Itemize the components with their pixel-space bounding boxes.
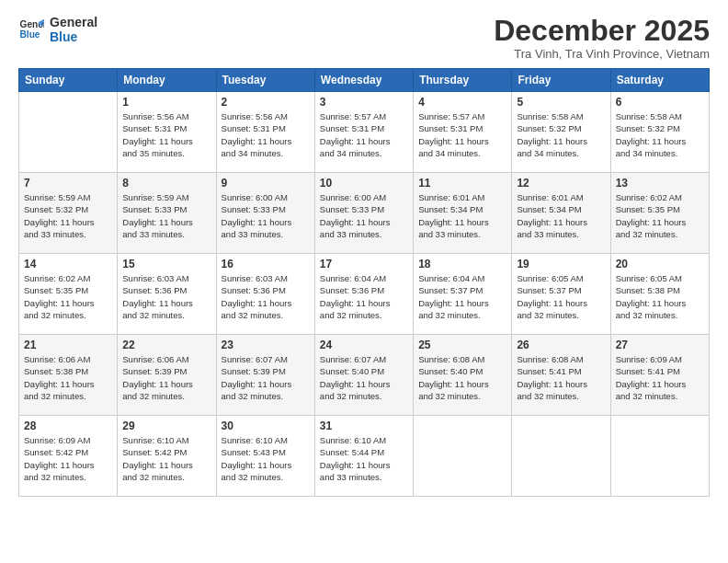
- day-info: Sunrise: 5:58 AM Sunset: 5:32 PM Dayligh…: [616, 110, 704, 159]
- col-header-saturday: Saturday: [610, 69, 709, 92]
- day-info: Sunrise: 6:01 AM Sunset: 5:34 PM Dayligh…: [517, 191, 605, 240]
- day-number: 19: [517, 258, 605, 270]
- calendar-cell: 28Sunrise: 6:09 AM Sunset: 5:42 PM Dayli…: [19, 416, 118, 497]
- day-info: Sunrise: 6:09 AM Sunset: 5:42 PM Dayligh…: [24, 434, 112, 483]
- calendar-cell: 11Sunrise: 6:01 AM Sunset: 5:34 PM Dayli…: [414, 173, 512, 254]
- day-number: 11: [418, 177, 506, 190]
- calendar-cell: 6Sunrise: 5:58 AM Sunset: 5:32 PM Daylig…: [610, 92, 709, 173]
- day-info: Sunrise: 6:10 AM Sunset: 5:44 PM Dayligh…: [320, 434, 408, 483]
- calendar-cell: 10Sunrise: 6:00 AM Sunset: 5:33 PM Dayli…: [314, 173, 413, 254]
- day-info: Sunrise: 5:56 AM Sunset: 5:31 PM Dayligh…: [122, 110, 210, 159]
- day-info: Sunrise: 6:06 AM Sunset: 5:39 PM Dayligh…: [122, 353, 210, 402]
- day-number: 3: [320, 96, 408, 109]
- calendar-cell: 1Sunrise: 5:56 AM Sunset: 5:31 PM Daylig…: [118, 92, 216, 173]
- header-row: SundayMondayTuesdayWednesdayThursdayFrid…: [19, 69, 710, 92]
- col-header-thursday: Thursday: [414, 69, 512, 92]
- day-number: 6: [616, 96, 704, 109]
- day-number: 20: [616, 258, 704, 270]
- day-number: 2: [222, 96, 310, 109]
- day-number: 24: [320, 339, 408, 351]
- location: Tra Vinh, Tra Vinh Province, Vietnam: [494, 47, 710, 61]
- week-row-3: 21Sunrise: 6:06 AM Sunset: 5:38 PM Dayli…: [19, 335, 710, 416]
- day-info: Sunrise: 6:07 AM Sunset: 5:39 PM Dayligh…: [222, 353, 310, 402]
- calendar-cell: 7Sunrise: 5:59 AM Sunset: 5:32 PM Daylig…: [19, 173, 118, 254]
- week-row-2: 14Sunrise: 6:02 AM Sunset: 5:35 PM Dayli…: [19, 254, 710, 335]
- calendar-cell: 30Sunrise: 6:10 AM Sunset: 5:43 PM Dayli…: [216, 416, 314, 497]
- day-number: 23: [222, 339, 310, 351]
- logo: General Blue General Blue: [18, 15, 97, 44]
- col-header-monday: Monday: [118, 69, 216, 92]
- logo-line2: Blue: [50, 29, 97, 44]
- day-number: 16: [222, 258, 310, 270]
- calendar-cell: 5Sunrise: 5:58 AM Sunset: 5:32 PM Daylig…: [512, 92, 610, 173]
- title-section: December 2025 Tra Vinh, Tra Vinh Provinc…: [494, 15, 710, 61]
- calendar-table: SundayMondayTuesdayWednesdayThursdayFrid…: [18, 68, 710, 497]
- day-info: Sunrise: 5:59 AM Sunset: 5:33 PM Dayligh…: [122, 191, 210, 240]
- day-number: 13: [616, 177, 704, 190]
- calendar-cell: 22Sunrise: 6:06 AM Sunset: 5:39 PM Dayli…: [118, 335, 216, 416]
- day-info: Sunrise: 6:05 AM Sunset: 5:37 PM Dayligh…: [517, 272, 605, 321]
- day-info: Sunrise: 6:08 AM Sunset: 5:41 PM Dayligh…: [517, 353, 605, 402]
- day-info: Sunrise: 6:04 AM Sunset: 5:37 PM Dayligh…: [418, 272, 506, 321]
- calendar-cell: 2Sunrise: 5:56 AM Sunset: 5:31 PM Daylig…: [216, 92, 314, 173]
- week-row-0: 1Sunrise: 5:56 AM Sunset: 5:31 PM Daylig…: [19, 92, 710, 173]
- logo-icon: General Blue: [18, 17, 44, 42]
- calendar-cell: 3Sunrise: 5:57 AM Sunset: 5:31 PM Daylig…: [314, 92, 413, 173]
- day-number: 28: [24, 419, 112, 432]
- calendar-cell: 24Sunrise: 6:07 AM Sunset: 5:40 PM Dayli…: [314, 335, 413, 416]
- day-info: Sunrise: 6:01 AM Sunset: 5:34 PM Dayligh…: [418, 191, 506, 240]
- calendar-cell: [414, 416, 512, 497]
- day-info: Sunrise: 6:08 AM Sunset: 5:40 PM Dayligh…: [418, 353, 506, 402]
- calendar-cell: 13Sunrise: 6:02 AM Sunset: 5:35 PM Dayli…: [610, 173, 709, 254]
- day-number: 7: [24, 177, 112, 190]
- day-number: 31: [320, 419, 408, 432]
- day-number: 8: [122, 177, 210, 190]
- day-info: Sunrise: 5:56 AM Sunset: 5:31 PM Dayligh…: [222, 110, 310, 159]
- logo-line1: General: [50, 15, 97, 29]
- calendar-cell: 23Sunrise: 6:07 AM Sunset: 5:39 PM Dayli…: [216, 335, 314, 416]
- day-number: 9: [222, 177, 310, 190]
- day-info: Sunrise: 6:00 AM Sunset: 5:33 PM Dayligh…: [320, 191, 408, 240]
- day-info: Sunrise: 6:03 AM Sunset: 5:36 PM Dayligh…: [122, 272, 210, 321]
- day-number: 30: [222, 419, 310, 432]
- calendar-cell: 4Sunrise: 5:57 AM Sunset: 5:31 PM Daylig…: [414, 92, 512, 173]
- day-number: 10: [320, 177, 408, 190]
- calendar-cell: 20Sunrise: 6:05 AM Sunset: 5:38 PM Dayli…: [610, 254, 709, 335]
- day-info: Sunrise: 5:58 AM Sunset: 5:32 PM Dayligh…: [517, 110, 605, 159]
- day-info: Sunrise: 6:00 AM Sunset: 5:33 PM Dayligh…: [222, 191, 310, 240]
- day-number: 22: [122, 339, 210, 351]
- day-info: Sunrise: 6:07 AM Sunset: 5:40 PM Dayligh…: [320, 353, 408, 402]
- page: General Blue General Blue December 2025 …: [0, 0, 728, 563]
- day-info: Sunrise: 5:57 AM Sunset: 5:31 PM Dayligh…: [320, 110, 408, 159]
- day-info: Sunrise: 6:10 AM Sunset: 5:42 PM Dayligh…: [122, 434, 210, 483]
- day-info: Sunrise: 6:04 AM Sunset: 5:36 PM Dayligh…: [320, 272, 408, 321]
- calendar-cell: 17Sunrise: 6:04 AM Sunset: 5:36 PM Dayli…: [314, 254, 413, 335]
- day-number: 4: [418, 96, 506, 109]
- day-number: 21: [24, 339, 112, 351]
- col-header-sunday: Sunday: [19, 69, 118, 92]
- month-title: December 2025: [494, 15, 710, 47]
- calendar-cell: 31Sunrise: 6:10 AM Sunset: 5:44 PM Dayli…: [314, 416, 413, 497]
- calendar-cell: [19, 92, 118, 173]
- day-info: Sunrise: 6:03 AM Sunset: 5:36 PM Dayligh…: [222, 272, 310, 321]
- day-number: 29: [122, 419, 210, 432]
- calendar-cell: 12Sunrise: 6:01 AM Sunset: 5:34 PM Dayli…: [512, 173, 610, 254]
- day-number: 15: [122, 258, 210, 270]
- day-info: Sunrise: 6:06 AM Sunset: 5:38 PM Dayligh…: [24, 353, 112, 402]
- day-number: 17: [320, 258, 408, 270]
- col-header-wednesday: Wednesday: [314, 69, 413, 92]
- col-header-friday: Friday: [512, 69, 610, 92]
- calendar-cell: 9Sunrise: 6:00 AM Sunset: 5:33 PM Daylig…: [216, 173, 314, 254]
- calendar-cell: 8Sunrise: 5:59 AM Sunset: 5:33 PM Daylig…: [118, 173, 216, 254]
- day-info: Sunrise: 6:02 AM Sunset: 5:35 PM Dayligh…: [616, 191, 704, 240]
- calendar-cell: 29Sunrise: 6:10 AM Sunset: 5:42 PM Dayli…: [118, 416, 216, 497]
- day-number: 5: [517, 96, 605, 109]
- calendar-cell: 26Sunrise: 6:08 AM Sunset: 5:41 PM Dayli…: [512, 335, 610, 416]
- calendar-cell: [512, 416, 610, 497]
- calendar-cell: [610, 416, 709, 497]
- calendar-cell: 15Sunrise: 6:03 AM Sunset: 5:36 PM Dayli…: [118, 254, 216, 335]
- day-info: Sunrise: 5:59 AM Sunset: 5:32 PM Dayligh…: [24, 191, 112, 240]
- week-row-4: 28Sunrise: 6:09 AM Sunset: 5:42 PM Dayli…: [19, 416, 710, 497]
- calendar-cell: 27Sunrise: 6:09 AM Sunset: 5:41 PM Dayli…: [610, 335, 709, 416]
- day-info: Sunrise: 6:05 AM Sunset: 5:38 PM Dayligh…: [616, 272, 704, 321]
